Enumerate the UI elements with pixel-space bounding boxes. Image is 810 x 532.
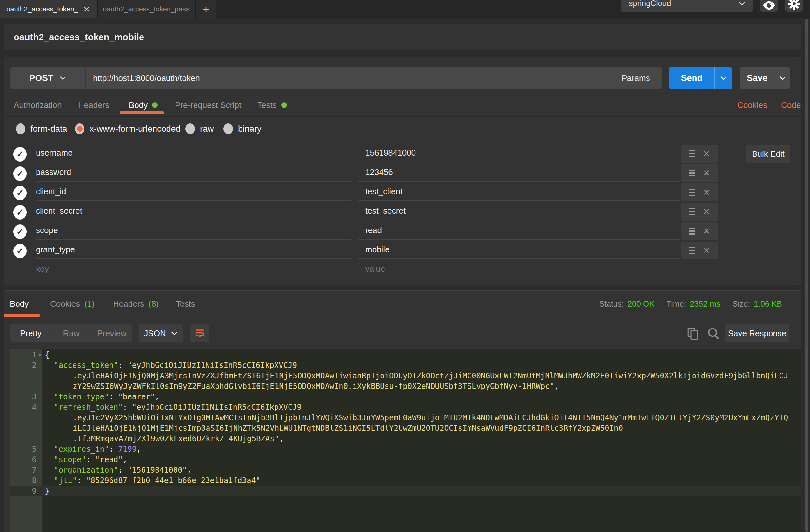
param-enabled-checkbox[interactable]: ✓ — [13, 244, 27, 258]
param-value-input[interactable]: 123456 — [358, 163, 680, 181]
response-tab-tests[interactable]: Tests — [176, 291, 195, 317]
delete-param-icon[interactable]: ✕ — [703, 207, 710, 217]
radio-label: binary — [238, 124, 261, 134]
response-tab-cookies[interactable]: Cookies(1) — [50, 291, 95, 317]
code-line: zY29wZSI6WyJyZWFkIl0sIm9yZ2FuaXphdGlvbiI… — [11, 381, 801, 392]
request-tab-pre-request-script[interactable]: Pre-request Script — [175, 94, 242, 116]
fold-caret-icon[interactable]: ▼ — [38, 350, 41, 360]
cookies-link[interactable]: Cookies — [737, 100, 767, 110]
param-enabled-checkbox[interactable]: ✓ — [13, 147, 27, 162]
delete-param-icon[interactable]: ✕ — [703, 149, 710, 159]
active-tab-underline — [120, 111, 164, 114]
param-key-input[interactable]: client_id — [36, 183, 351, 201]
param-value-input[interactable]: read — [358, 222, 680, 240]
param-key-input[interactable]: username — [36, 144, 351, 162]
param-enabled-checkbox[interactable]: ✓ — [13, 166, 27, 181]
code-link[interactable]: Code — [781, 100, 801, 110]
line-number: 7 — [11, 465, 42, 475]
param-row: ✓grant_typemobile✕ — [4, 241, 801, 260]
radio-icon — [185, 124, 195, 134]
chevron-down-icon — [720, 74, 728, 82]
tab-oauth2-access-token[interactable]: oauth2_access_token_ ✕ — [0, 0, 98, 18]
drag-handle-icon[interactable] — [690, 247, 695, 254]
send-button[interactable]: Send — [669, 67, 732, 89]
code-line: 6 "scope": "read", — [11, 454, 801, 465]
close-icon[interactable]: ✕ — [83, 5, 90, 14]
param-row-placeholder: keyvalue — [4, 260, 801, 280]
method-select[interactable]: POST — [11, 67, 86, 89]
params-button[interactable]: Params — [609, 67, 662, 89]
delete-param-icon[interactable]: ✕ — [703, 226, 710, 236]
response-body-json[interactable]: 1▼ { 2 "access_token": "eyJhbGciOiJIUzI1… — [11, 349, 801, 532]
window-scrollbar[interactable] — [805, 19, 808, 532]
line-number: 9 — [11, 486, 42, 497]
search-button[interactable] — [706, 326, 720, 342]
body-type-raw[interactable]: raw — [185, 121, 214, 137]
body-type-form-data[interactable]: form-data — [16, 121, 67, 137]
param-value-input[interactable]: mobile — [358, 241, 680, 259]
param-enabled-checkbox[interactable]: ✓ — [13, 224, 27, 239]
request-tab-authorization[interactable]: Authorization — [14, 94, 62, 116]
save-button[interactable]: Save — [740, 67, 790, 89]
tab-label: Tests — [257, 100, 277, 110]
param-value-input[interactable]: test_client — [358, 183, 680, 201]
param-value-input[interactable]: value — [358, 260, 680, 278]
new-tab-button[interactable]: + — [196, 0, 216, 18]
param-value-input[interactable]: test_secret — [358, 202, 680, 220]
delete-param-icon[interactable]: ✕ — [703, 168, 710, 178]
view-mode-raw[interactable]: Raw — [51, 324, 92, 342]
bulk-edit-button[interactable]: Bulk Edit — [746, 145, 790, 163]
body-type-x-www-form-urlencoded[interactable]: x-www-form-urlencoded — [75, 121, 181, 137]
radio-label: form-data — [31, 124, 67, 134]
code-line: 3 "token_type": "bearer", — [11, 392, 801, 402]
format-select[interactable]: JSON — [139, 324, 183, 342]
code-line: .eyJleHAiOjE1NjQ0MjA3MjcsInVzZXJfbmFtZSI… — [11, 371, 801, 381]
view-mode-pretty[interactable]: Pretty — [11, 324, 51, 342]
divider — [4, 116, 801, 117]
drag-handle-icon[interactable] — [690, 150, 695, 157]
drag-handle-icon[interactable] — [690, 170, 695, 177]
param-enabled-checkbox[interactable]: ✓ — [13, 186, 27, 200]
view-mode-preview[interactable]: Preview — [92, 324, 132, 342]
divider — [4, 317, 801, 318]
tab-bar: oauth2_access_token_ ✕ oauth2_access_tok… — [0, 0, 810, 18]
drag-handle-icon[interactable] — [690, 208, 695, 215]
param-key-input[interactable]: client_secret — [36, 202, 351, 220]
param-key-input[interactable]: grant_type — [36, 241, 351, 259]
param-key-input[interactable]: key — [36, 260, 351, 278]
save-response-button[interactable]: Save Response — [725, 324, 789, 342]
response-tab-headers[interactable]: Headers(8) — [113, 291, 159, 317]
param-actions: ✕ — [681, 145, 718, 162]
tab-oauth2-access-token-passv[interactable]: oauth2_access_token_passv — [98, 0, 195, 18]
tab-label: oauth2_access_token_passv — [103, 5, 191, 13]
tab-label: Body — [129, 100, 148, 110]
environment-quicklook-button[interactable] — [760, 0, 778, 12]
delete-param-icon[interactable]: ✕ — [703, 246, 710, 256]
param-key-input[interactable]: password — [36, 163, 351, 181]
param-value-input[interactable]: 15619841000 — [358, 144, 680, 162]
code-line: 1▼ { — [11, 350, 801, 360]
param-key-input[interactable]: scope — [36, 222, 351, 240]
body-type-binary[interactable]: binary — [224, 121, 261, 137]
drag-handle-icon[interactable] — [690, 228, 695, 235]
code-line: 5 "expires_in": 7199, — [11, 444, 801, 454]
delete-param-icon[interactable]: ✕ — [703, 188, 710, 197]
search-icon — [706, 326, 720, 341]
param-enabled-checkbox[interactable]: ✓ — [13, 205, 27, 220]
save-options-caret[interactable] — [775, 67, 790, 89]
send-options-caret[interactable] — [714, 67, 732, 89]
settings-button[interactable] — [785, 0, 803, 12]
param-row: ✓scoperead✕ — [4, 222, 801, 241]
tab-label: oauth2_access_token_ — [6, 5, 78, 13]
copy-button[interactable] — [686, 326, 700, 342]
url-input[interactable]: http://host1:8000/oauth/token — [86, 67, 609, 89]
drag-handle-icon[interactable] — [690, 189, 695, 196]
response-tab-body[interactable]: Body — [10, 291, 29, 317]
green-dot — [281, 102, 287, 108]
request-tab-headers[interactable]: Headers — [78, 94, 109, 116]
line-number — [11, 413, 42, 423]
environment-select[interactable]: springCloud — [620, 0, 753, 12]
wrap-lines-button[interactable] — [190, 324, 209, 342]
view-mode-switch: PrettyRawPreview — [11, 324, 132, 342]
request-tab-tests[interactable]: Tests — [257, 94, 287, 116]
